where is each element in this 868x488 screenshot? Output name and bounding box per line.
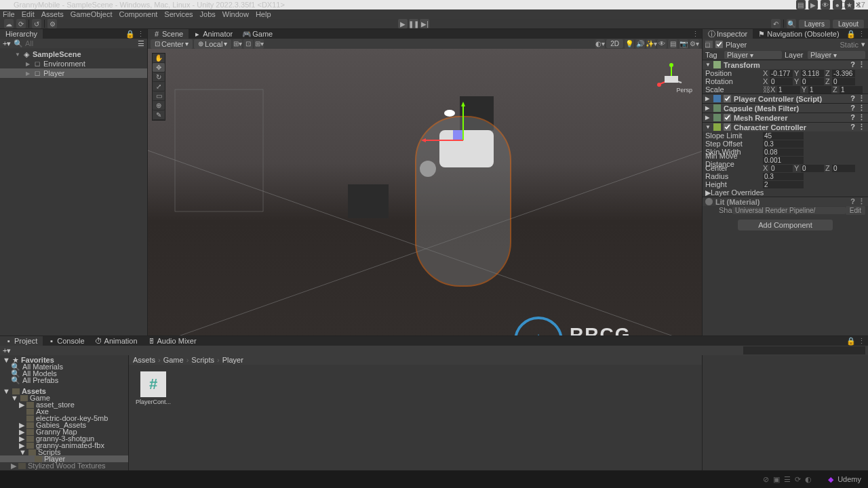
expand-arrow-icon[interactable]: ▶ [11,462,16,470]
eye-icon[interactable]: 👁 [821,0,830,9]
layers-icon[interactable]: ▤ [668,39,677,49]
position-z[interactable] [832,70,855,77]
collapse-arrow-icon[interactable]: ▼ [3,356,10,364]
menu-icon[interactable]: ⋮ [858,123,865,131]
tab-game[interactable]: 🎮Game [238,29,278,39]
menu-icon[interactable]: ⋮ [858,60,865,69]
fav-item[interactable]: 🔍All Prefabs [0,377,128,384]
tree-item-environment[interactable]: ▶ □ Environment [0,59,147,68]
center-z[interactable] [832,165,855,172]
scale-link-icon[interactable]: ⛓ [763,85,770,94]
rotation-z[interactable] [832,78,855,85]
tab-inspector[interactable]: ⓘInspector [703,29,753,39]
component-enabled[interactable] [724,95,731,102]
crumb[interactable]: Game [163,356,184,364]
rotation-y[interactable] [801,78,824,85]
menu-icon[interactable]: ⋮ [858,197,865,206]
expand-arrow-icon[interactable]: ▶ [705,115,711,121]
center-y[interactable] [801,165,824,172]
position-x[interactable] [770,70,793,77]
menu-jobs[interactable]: Jobs [200,10,216,18]
filter-icon[interactable]: ▤ [796,0,806,9]
status-icon[interactable]: ▣ [773,475,780,484]
help-icon[interactable]: ? [850,197,855,206]
lock-icon[interactable]: 🔒 ⋮ [846,337,868,346]
collapse-arrow-icon[interactable]: ▼ [11,394,18,402]
tab-project[interactable]: ▪Project [0,336,43,346]
help-icon[interactable]: ? [850,60,855,69]
snap-icon[interactable]: ⊡ [243,39,253,49]
scene-viewport[interactable]: ✋ ✥ ↻ ⤢ ▭ ⊕ ✎ Persp [148,49,702,336]
status-icon[interactable]: ☰ [784,475,791,484]
layer-dropdown[interactable]: Player ▾ [808,51,865,59]
2d-toggle[interactable]: 2D [606,39,623,48]
audio-icon[interactable]: 🔊 [635,39,645,49]
expand-arrow-icon[interactable]: ▶ [705,188,711,197]
help-icon[interactable]: ? [850,104,855,113]
radius-field[interactable] [763,173,804,180]
snap2-icon[interactable]: ⊞▾ [254,39,264,49]
tab-console[interactable]: ▪Console [43,336,90,346]
filter2-icon[interactable]: ▶ [808,0,818,9]
crumb[interactable]: Assets [133,356,155,364]
tab-navigation[interactable]: ⚑Navigation (Obsolete) [753,29,844,39]
component-meshfilter[interactable]: ▶Capsule (Mesh Filter)?⋮ [703,104,868,113]
menu-assets[interactable]: Assets [41,10,64,18]
lock-icon[interactable]: 🔒 ⋮ [846,30,868,39]
slopelimit-field[interactable] [763,132,804,140]
settings-icon[interactable]: ⚙ [47,19,57,28]
hierarchy-tab[interactable]: Hierarchy [0,29,43,39]
camera-icon[interactable]: 📷 [679,39,688,49]
component-charcontroller[interactable]: ▼Character Controller?⋮ [703,123,868,131]
center-x[interactable] [770,165,793,172]
expand-arrow-icon[interactable]: ▶ [705,96,711,102]
assets-root[interactable]: ▼Assets [0,388,128,394]
menu-gameobject[interactable]: GameObject [71,10,113,18]
expand-arrow-icon[interactable]: ▼ [15,52,20,58]
tab-scene[interactable]: #Scene [148,29,189,39]
minmove-field[interactable] [763,157,804,164]
menu-file[interactable]: File [3,10,15,18]
component-enabled[interactable] [724,123,731,131]
layout-dropdown[interactable]: Layout [833,20,864,28]
tab-audiomixer[interactable]: 🎚Audio Mixer [143,336,202,346]
status-icon[interactable]: ⟳ [795,475,801,484]
add-icon[interactable]: +▾ [3,346,11,355]
menu-services[interactable]: Services [164,10,193,18]
tab-animation[interactable]: ⏱Animation [90,336,143,346]
history-icon[interactable]: ↺ [32,19,41,28]
menu-icon[interactable]: ⋮ [858,113,865,122]
pivot-dropdown[interactable]: ⊡Center▾ [151,39,193,49]
tag-dropdown[interactable]: Player ▾ [724,51,782,59]
light-icon[interactable]: 💡 [625,39,634,49]
panel-menu-icon[interactable]: ⋮ [692,30,702,39]
object-name-field[interactable]: Player [726,41,837,49]
menu-component[interactable]: Component [119,10,157,18]
skinwidth-field[interactable] [763,148,804,156]
scale-x[interactable] [777,86,800,94]
pause-button[interactable]: ❚❚ [409,19,418,28]
edit-button[interactable]: Edit [846,206,865,215]
component-enabled[interactable] [724,114,731,121]
menu-help[interactable]: Help [256,10,271,18]
static-dropdown[interactable]: Static [840,41,859,49]
asset-script[interactable]: # PlayerCont... [136,371,171,405]
undo-icon[interactable]: ↶ [771,19,781,28]
collapse-arrow-icon[interactable]: ▼ [705,62,711,68]
lock-icon[interactable]: 🔒 ⋮ [125,30,147,39]
stepoffset-field[interactable] [763,140,804,148]
active-checkbox[interactable] [715,41,723,48]
help-icon[interactable]: ? [850,113,855,122]
help-icon[interactable]: ? [850,94,855,103]
scale-y[interactable] [808,86,831,94]
collapse-arrow-icon[interactable]: ▼ [3,387,10,395]
hidden-icon[interactable]: ● [833,0,842,9]
material-header[interactable]: Lit (Material)?⋮ [703,197,868,206]
add-component-button[interactable]: Add Component [738,220,833,230]
position-y[interactable] [801,70,824,77]
layers-dropdown[interactable]: Layers [799,20,830,28]
folder-item[interactable]: ▶asset_store [0,401,128,408]
handle-dropdown[interactable]: ⊕Local▾ [194,39,231,49]
folder-item[interactable]: ▶Stylized Wood Textures [0,462,128,469]
expand-arrow-icon[interactable]: ▶ [705,105,711,111]
